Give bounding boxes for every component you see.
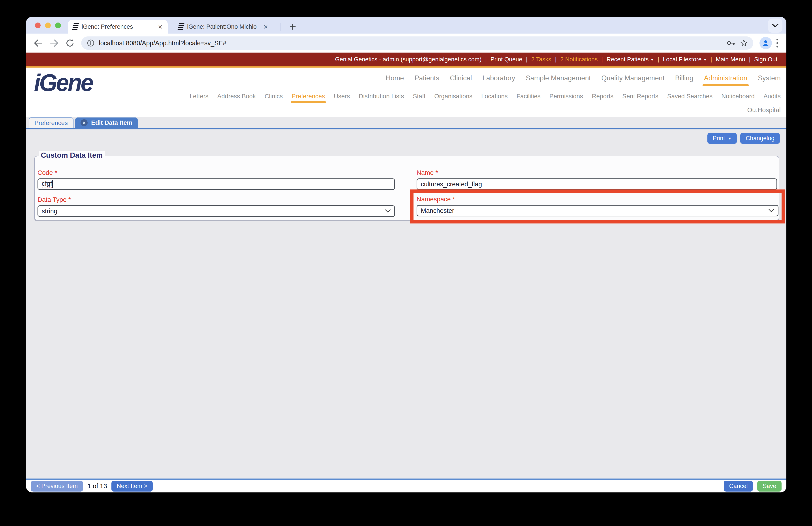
nav-saved-searches[interactable]: Saved Searches (667, 93, 712, 100)
ou-label: Ou: (747, 106, 757, 114)
nav-patients[interactable]: Patients (415, 74, 439, 82)
caret-down-icon: ▼ (725, 137, 732, 140)
browser-profile-avatar[interactable] (759, 37, 772, 49)
zoom-window-button[interactable] (55, 23, 61, 28)
footer-bar: < Previous Item 1 of 13 Next Item > Canc… (26, 479, 786, 493)
nav-users[interactable]: Users (334, 93, 350, 100)
nav-address-book[interactable]: Address Book (217, 93, 256, 100)
tab-title: iGene: Patient:Ono Michio (187, 24, 260, 30)
close-window-button[interactable] (35, 23, 41, 28)
tasks-link[interactable]: 2 Tasks (528, 56, 554, 63)
code-label: Code * (38, 169, 395, 176)
nav-home[interactable]: Home (386, 74, 404, 82)
app-content: Preferences × Edit Data Item Print▼ Chan… (26, 117, 786, 479)
nav-sample-management[interactable]: Sample Management (526, 74, 591, 82)
cancel-button[interactable]: Cancel (724, 481, 753, 492)
forward-arrow-icon (49, 38, 59, 48)
nav-locations[interactable]: Locations (481, 93, 508, 100)
tab-title: iGene: Preferences (82, 24, 154, 30)
ou-hospital-link[interactable]: Hospital (757, 106, 781, 114)
reload-icon (65, 38, 75, 48)
tab-search-button[interactable] (768, 18, 782, 33)
name-field: Name * cultures_created_flag (417, 169, 777, 190)
local-filestore-menu[interactable]: Local Filestore▼ (659, 56, 710, 63)
nav-preferences[interactable]: Preferences (292, 93, 325, 100)
separator: | (485, 56, 487, 63)
chevron-down-icon (385, 209, 391, 213)
namespace-select[interactable]: Manchester (417, 205, 779, 216)
name-value: cultures_created_flag (421, 181, 482, 188)
browser-tab-patient[interactable]: iGene: Patient:Ono Michio × (173, 20, 273, 33)
code-input[interactable]: cfgf (38, 179, 395, 190)
close-tab-icon[interactable]: × (81, 119, 88, 126)
separator: | (657, 56, 659, 63)
browser-tab-strip: iGene: Preferences × iGene: Patient:Ono … (26, 17, 786, 33)
main-menu-link[interactable]: Main Menu (712, 56, 749, 63)
nav-distribution-lists[interactable]: Distribution Lists (359, 93, 404, 100)
data-type-label: Data Type * (38, 196, 395, 203)
separator: | (749, 56, 751, 63)
nav-clinics[interactable]: Clinics (264, 93, 282, 100)
back-arrow-icon (33, 38, 43, 48)
url-text[interactable]: localhost:8080/App/App.html?locale=sv_SE… (99, 40, 722, 47)
account-info: Genial Genetics - admin (support@genialg… (332, 56, 485, 63)
tab-preferences[interactable]: Preferences (29, 117, 73, 128)
nav-permissions[interactable]: Permissions (549, 93, 583, 100)
custom-data-item-fieldset: Custom Data Item Code * cfgf Data Type *… (34, 156, 779, 221)
notifications-link[interactable]: 2 Notifications (557, 56, 601, 63)
nav-letters[interactable]: Letters (190, 93, 208, 100)
nav-organisations[interactable]: Organisations (434, 93, 473, 100)
reload-button[interactable] (63, 36, 77, 51)
changelog-button[interactable]: Changelog (740, 133, 780, 144)
tab-divider (280, 23, 280, 31)
nav-laboratory[interactable]: Laboratory (482, 74, 515, 82)
password-key-icon[interactable] (727, 40, 736, 46)
code-field: Code * cfgf (38, 169, 395, 190)
nav-facilities[interactable]: Facilities (517, 93, 541, 100)
nav-reports[interactable]: Reports (592, 93, 613, 100)
name-input[interactable]: cultures_created_flag (417, 179, 777, 190)
browser-menu-button[interactable] (773, 39, 782, 48)
separator: | (554, 56, 557, 63)
recent-patients-menu[interactable]: Recent Patients▼ (603, 56, 657, 63)
back-button[interactable] (31, 36, 45, 51)
document-tabs: Preferences × Edit Data Item (26, 117, 786, 129)
new-tab-button[interactable]: + (286, 20, 300, 33)
app-header: iGene Home Patients Clinical Laboratory … (26, 68, 786, 117)
nav-administration[interactable]: Administration (704, 74, 747, 82)
previous-item-button[interactable]: < Previous Item (31, 481, 83, 492)
separator: | (526, 56, 528, 63)
print-queue-link[interactable]: Print Queue (487, 56, 526, 63)
text-cursor (52, 180, 53, 188)
nav-audits[interactable]: Audits (764, 93, 781, 100)
igene-logo: iGene (34, 69, 92, 97)
nav-quality-management[interactable]: Quality Management (601, 74, 664, 82)
tab-edit-label: Edit Data Item (91, 119, 132, 126)
tab-edit-data-item[interactable]: × Edit Data Item (75, 117, 138, 128)
bookmark-star-icon[interactable] (740, 39, 748, 47)
nav-sent-reports[interactable]: Sent Reports (622, 93, 658, 100)
name-label: Name * (417, 169, 777, 176)
url-bar[interactable]: localhost:8080/App/App.html?locale=sv_SE… (81, 37, 753, 50)
browser-tab-preferences[interactable]: iGene: Preferences × (68, 20, 168, 33)
nav-billing[interactable]: Billing (675, 74, 694, 82)
separator: | (710, 56, 712, 63)
caret-down-icon: ▼ (649, 58, 654, 61)
chevron-down-icon (772, 24, 779, 28)
site-info-icon[interactable] (87, 39, 95, 47)
next-item-button[interactable]: Next Item > (112, 481, 153, 492)
minimize-window-button[interactable] (45, 23, 51, 28)
print-button[interactable]: Print▼ (707, 133, 737, 144)
forward-button[interactable] (47, 36, 61, 51)
save-button[interactable]: Save (757, 481, 782, 492)
nav-system[interactable]: System (758, 74, 781, 82)
tab-close-icon[interactable]: × (263, 23, 268, 30)
sign-out-link[interactable]: Sign Out (751, 56, 781, 63)
data-type-select[interactable]: string (38, 205, 395, 217)
nav-noticeboard[interactable]: Noticeboard (721, 93, 755, 100)
primary-nav: Home Patients Clinical Laboratory Sample… (386, 74, 781, 82)
nav-staff[interactable]: Staff (413, 93, 425, 100)
tab-close-icon[interactable]: × (158, 23, 163, 30)
nav-clinical[interactable]: Clinical (450, 74, 472, 82)
data-type-value: string (42, 208, 57, 215)
